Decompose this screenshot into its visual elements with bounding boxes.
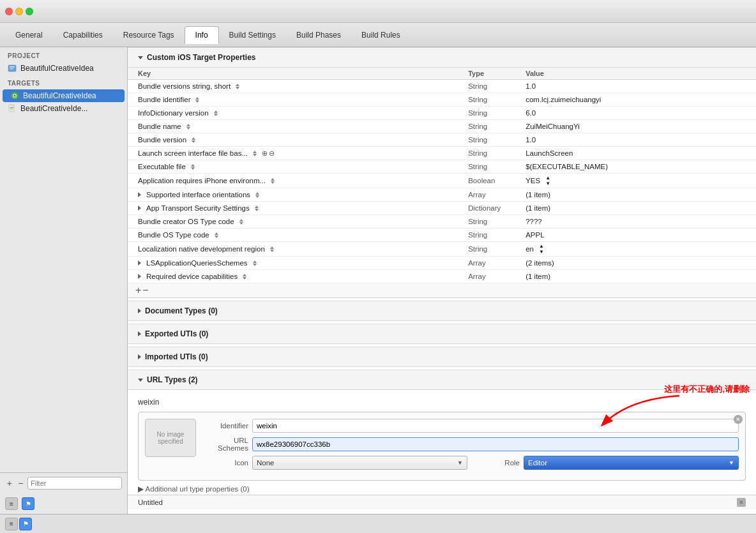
launch-add-btn[interactable]: ⊕ xyxy=(262,149,268,158)
remove-item-button[interactable]: − xyxy=(17,477,26,489)
sort-icon[interactable] xyxy=(243,274,246,280)
tab-resource-tags[interactable]: Resource Tags xyxy=(113,27,185,43)
table-add-button[interactable]: + xyxy=(135,285,141,296)
tab-capabilities[interactable]: Capabilities xyxy=(53,27,113,43)
type-localization: String xyxy=(468,245,525,253)
bottom-nav-buttons: ≡ ⚑ xyxy=(5,518,32,530)
sort-icon[interactable] xyxy=(215,232,218,238)
url-icon-value: None xyxy=(257,459,275,467)
launch-remove-btn[interactable]: ⊖ xyxy=(269,149,275,158)
value-iphone-env: YES ▲ ▼ xyxy=(525,175,746,186)
tab-build-rules[interactable]: Build Rules xyxy=(351,27,411,43)
sort-icon[interactable] xyxy=(253,260,257,266)
type-bundle-name: String xyxy=(468,123,525,130)
url-types-section-header[interactable]: URL Types (2) xyxy=(128,370,756,390)
type-executable-file: String xyxy=(468,163,525,170)
bottom-nav-list-btn[interactable]: ≡ xyxy=(5,518,18,530)
key-launch-screen: Launch screen interface file bas... ⊕ ⊖ xyxy=(138,149,468,158)
localization-stepper[interactable]: ▲ ▼ xyxy=(539,243,544,255)
bottom-nav-flag-btn[interactable]: ⚑ xyxy=(19,518,32,530)
url-schemes-row: URL Schemes xyxy=(204,437,739,452)
table-row[interactable]: Application requires iPhone environm... … xyxy=(128,174,756,188)
exported-utis-section-header[interactable]: Exported UTIs (0) xyxy=(128,324,756,344)
table-row[interactable]: Localization native development region S… xyxy=(128,242,756,257)
tab-general[interactable]: General xyxy=(5,27,53,43)
sort-icon[interactable] xyxy=(236,84,239,89)
table-row[interactable]: Required device capabilities Array (1 it… xyxy=(128,270,756,283)
table-row[interactable]: Bundle OS Type code String APPL xyxy=(128,229,756,242)
table-row[interactable]: Bundle name String ZuiMeiChuangYi xyxy=(128,120,756,133)
target-app-icon xyxy=(10,91,19,100)
value-bundle-identifier: com.lcj.zuimeichuangyi xyxy=(525,96,746,103)
custom-props-triangle xyxy=(138,56,143,59)
value-launch-screen: LaunchScreen xyxy=(525,149,746,157)
imported-utis-section-header[interactable]: Imported UTIs (0) xyxy=(128,347,756,367)
project-icon xyxy=(8,64,17,73)
sidebar-project-item[interactable]: BeautifulCreativeIdea xyxy=(0,62,127,75)
table-row[interactable]: Supported interface orientations Array (… xyxy=(128,188,756,202)
boolean-stepper[interactable]: ▲ ▼ xyxy=(545,175,550,186)
url-schemes-input[interactable] xyxy=(252,437,739,451)
sort-icon[interactable] xyxy=(253,151,257,156)
value-app-transport: (1 item) xyxy=(525,204,746,212)
tab-build-phases[interactable]: Build Phases xyxy=(286,27,351,43)
close-button[interactable] xyxy=(5,8,13,15)
table-row[interactable]: App Transport Security Settings Dictiona… xyxy=(128,202,756,215)
value-creator-os-type: ???? xyxy=(525,218,746,225)
sort-icon[interactable] xyxy=(239,219,243,225)
additional-url-props-row[interactable]: ▶ Additional url type properties (0) xyxy=(138,481,746,495)
minimize-button[interactable] xyxy=(15,8,23,15)
sort-icon[interactable] xyxy=(255,206,259,211)
sidebar-bottom-flag-btn[interactable]: ⚑ xyxy=(22,497,34,510)
url-icon-select[interactable]: None ▼ xyxy=(252,456,467,470)
key-ls-queries: LSApplicationQueriesSchemes xyxy=(138,259,468,267)
tab-build-settings[interactable]: Build Settings xyxy=(219,27,286,43)
target-file-label: BeautiCreativeIde... xyxy=(20,104,87,113)
type-creator-os-type: String xyxy=(468,218,525,225)
main-layout: PROJECT BeautifulCreativeIdea TARGETS Be… xyxy=(0,47,756,514)
additional-url-props-label: ▶ Additional url type properties (0) xyxy=(138,484,250,493)
sidebar-target-app[interactable]: BeautifulCreativeIdea xyxy=(3,89,125,102)
table-row[interactable]: Bundle creator OS Type code String ???? xyxy=(128,215,756,229)
url-entry-close-button[interactable]: ✕ xyxy=(734,415,743,424)
table-row[interactable]: InfoDictionary version String 6.0 xyxy=(128,107,756,120)
key-bundle-identifier: Bundle identifier xyxy=(138,96,468,103)
sort-icon[interactable] xyxy=(271,178,275,184)
add-item-button[interactable]: + xyxy=(5,477,14,489)
sidebar-target-file[interactable]: BeautiCreativeIde... xyxy=(0,102,127,115)
table-row[interactable]: Executable file String $(EXECUTABLE_NAME… xyxy=(128,160,756,174)
type-bundle-identifier: String xyxy=(468,96,525,103)
url-role-select[interactable]: Editor ▼ xyxy=(524,456,739,470)
sort-icon[interactable] xyxy=(195,97,199,103)
sort-icon[interactable] xyxy=(214,110,218,116)
table-row[interactable]: Bundle version String 1.0 xyxy=(128,133,756,147)
sort-icon[interactable] xyxy=(186,124,190,130)
sort-icon[interactable] xyxy=(255,192,259,198)
key-supported-orientations: Supported interface orientations xyxy=(138,191,468,199)
custom-props-title: Custom iOS Target Properties xyxy=(147,53,255,62)
url-identifier-label: Identifier xyxy=(204,422,248,430)
value-required-capabilities: (1 item) xyxy=(525,273,746,280)
maximize-button[interactable] xyxy=(26,8,33,15)
sort-icon[interactable] xyxy=(192,137,195,143)
custom-props-section-header[interactable]: Custom iOS Target Properties xyxy=(128,47,756,68)
document-types-section-header[interactable]: Document Types (0) xyxy=(128,301,756,321)
table-row[interactable]: Bundle identifier String com.lcj.zuimeic… xyxy=(128,93,756,107)
content-area: Custom iOS Target Properties Key Type Va… xyxy=(128,47,756,514)
sort-icon[interactable] xyxy=(270,246,274,252)
value-infodict-version: 6.0 xyxy=(525,109,746,117)
table-row[interactable]: Launch screen interface file bas... ⊕ ⊖ … xyxy=(128,147,756,160)
value-supported-orientations: (1 item) xyxy=(525,191,746,199)
table-row[interactable]: LSApplicationQueriesSchemes Array (2 ite… xyxy=(128,257,756,270)
value-bundle-version-short: 1.0 xyxy=(525,82,746,90)
untitled-close-button[interactable]: ✕ xyxy=(737,498,746,507)
url-icon-role-row: Icon None ▼ Role Editor ▼ xyxy=(204,456,739,474)
sort-icon[interactable] xyxy=(191,164,195,170)
tab-info[interactable]: Info xyxy=(185,26,219,44)
sidebar-bottom-list-btn[interactable]: ≡ xyxy=(5,497,18,510)
table-remove-button[interactable]: − xyxy=(142,285,148,296)
sidebar-filter-input[interactable] xyxy=(27,477,122,490)
url-identifier-input[interactable] xyxy=(252,419,739,433)
table-row[interactable]: Bundle versions string, short String 1.0 xyxy=(128,80,756,93)
svg-rect-1 xyxy=(10,66,15,68)
